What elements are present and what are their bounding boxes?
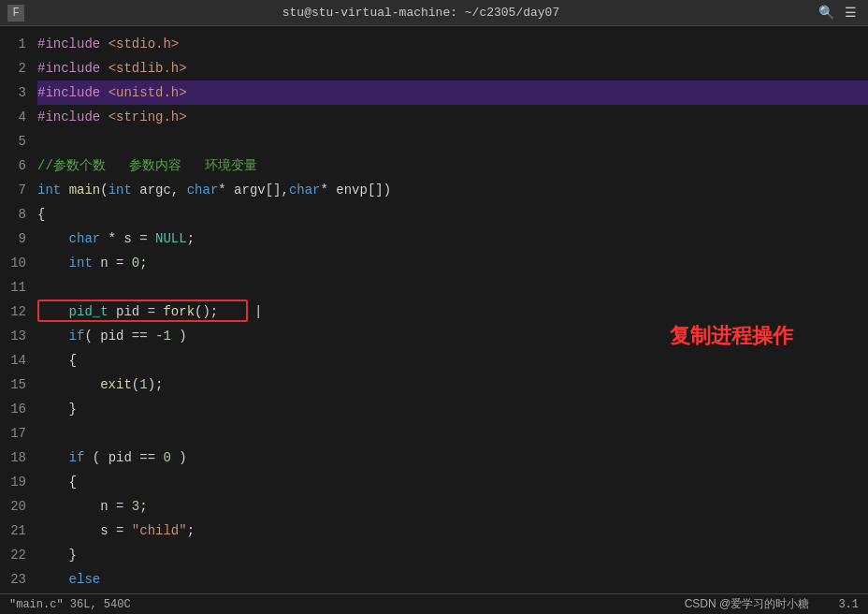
code-line-2: #include <stdlib.h> — [37, 56, 868, 80]
titlebar-right-icons: 🔍 ☰ — [817, 4, 861, 22]
line-numbers: 1 2 3 4 5 6 7 8 9 10 11 12 13 14 15 16 1… — [0, 26, 34, 593]
code-line-10: int n = 0; — [37, 251, 868, 275]
code-line-4: #include <string.h> — [37, 105, 868, 129]
code-line-6: //参数个数 参数内容 环境变量 — [37, 154, 868, 178]
code-line-7: int main(int argc, char* argv[],char* en… — [37, 178, 868, 202]
code-area[interactable]: #include <stdio.h> #include <stdlib.h> #… — [34, 26, 868, 593]
code-line-18: if ( pid == 0 ) — [37, 446, 868, 470]
window-title: stu@stu-virtual-machine: ~/c2305/day07 — [282, 6, 559, 20]
code-line-14: { — [37, 348, 868, 373]
code-line-8: { — [37, 202, 868, 227]
code-line-19: { — [37, 470, 868, 494]
statusbar-position: 3.1 — [838, 598, 859, 611]
statusbar-right: CSDN @爱学习的时小糖 3.1 — [685, 596, 859, 612]
code-line-23: else — [37, 567, 868, 592]
search-icon[interactable]: 🔍 — [817, 4, 836, 22]
code-line-12: pid_t pid = fork(); | — [37, 300, 868, 324]
titlebar: F stu@stu-virtual-machine: ~/c2305/day07… — [0, 0, 868, 26]
code-line-5 — [37, 129, 868, 154]
code-line-22: } — [37, 543, 868, 567]
code-line-9: char * s = NULL; — [37, 227, 868, 251]
code-line-11: 复制进程操作 — [37, 275, 868, 300]
statusbar: "main.c" 36L, 540C CSDN @爱学习的时小糖 3.1 — [0, 593, 868, 614]
statusbar-credit: CSDN @爱学习的时小糖 — [685, 597, 810, 610]
code-line-16: } — [37, 397, 868, 421]
terminal-icon: F — [7, 5, 24, 22]
code-line-13: if( pid == -1 ) — [37, 324, 868, 348]
code-line-3: #include <unistd.h> — [37, 80, 868, 105]
statusbar-file-info: "main.c" 36L, 540C — [9, 598, 131, 611]
editor: 1 2 3 4 5 6 7 8 9 10 11 12 13 14 15 16 1… — [0, 26, 868, 593]
menu-icon[interactable]: ☰ — [842, 4, 861, 22]
code-line-1: #include <stdio.h> — [37, 32, 868, 56]
code-line-17 — [37, 421, 868, 446]
code-line-20: n = 3; — [37, 494, 868, 519]
code-line-21: s = "child"; — [37, 519, 868, 543]
code-line-15: exit(1); — [37, 373, 868, 397]
